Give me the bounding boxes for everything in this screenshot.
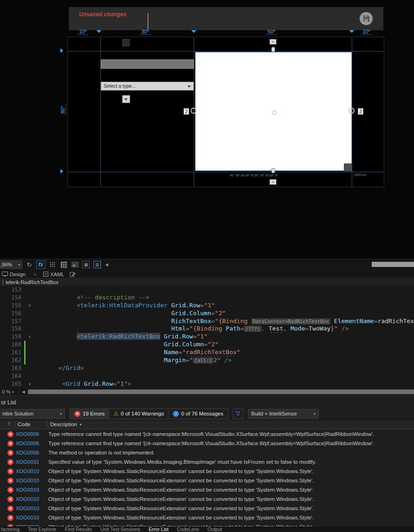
code-line[interactable]: 153 (0, 286, 414, 294)
error-row[interactable]: ✕XDG0010Object of type 'System.Windows.S… (0, 476, 414, 485)
resize-grip[interactable] (344, 163, 352, 171)
column-marker-icon[interactable] (349, 30, 354, 33)
horizontal-scrollbar-thumb[interactable] (28, 389, 414, 394)
messages-filter-button[interactable]: i 0 of 76 Messages (169, 409, 228, 419)
code-line[interactable]: 154 <!-- description --> (0, 294, 414, 302)
combobox-control[interactable]: Select a type... (101, 82, 194, 91)
fold-marker-icon[interactable]: ∨ (26, 302, 33, 310)
small-dark-button[interactable] (122, 39, 130, 46)
margin-anchor-left-icon[interactable] (191, 108, 197, 114)
error-row[interactable]: ✕XDG0006The method or operation is not i… (0, 448, 414, 457)
code-text (33, 372, 414, 380)
grid-column-size[interactable]: 30* (140, 29, 151, 35)
breadcrumb[interactable]: telerik:RadRichTextBox (0, 279, 414, 286)
refresh-icon[interactable]: ↻ (25, 260, 33, 269)
error-icon: ✕ (74, 411, 80, 417)
textbox-control[interactable] (101, 59, 194, 69)
grid-row-size[interactable]: 80* (60, 104, 66, 115)
designer-scrollbar-thumb[interactable] (372, 262, 414, 267)
dropdown-button-control[interactable] (122, 95, 130, 103)
bottom-tab[interactable]: Find Results (65, 526, 92, 532)
error-row[interactable]: ✕XDG0010Object of type 'System.Windows.S… (0, 513, 414, 522)
error-row[interactable]: ✕XDG0006Type reference cannot find type … (0, 429, 414, 439)
scroll-left-icon[interactable]: ◀ (105, 262, 108, 267)
bottom-tab[interactable]: factoring (1, 526, 20, 532)
code-line[interactable]: 161 Name="radRichTextBox" (0, 349, 414, 357)
column-marker-icon[interactable] (97, 30, 101, 33)
code-line[interactable]: 162 Margin="[all:]2" /> (0, 357, 414, 364)
error-row[interactable]: ✕XDG0010Object of type 'System.Windows.S… (0, 494, 414, 504)
tab-xaml[interactable]: XAML (43, 272, 64, 277)
error-icon: ✕ (7, 431, 13, 437)
code-column-header[interactable]: Code (18, 422, 31, 427)
code-token (338, 325, 342, 332)
bottom-tab[interactable]: Error List (149, 526, 169, 532)
error-row[interactable]: ✕XDG0010Object of type 'System.Windows.S… (0, 485, 414, 494)
margin-left-value: 2 (184, 108, 189, 115)
designer-zoom-select[interactable]: ,96% ▾ (0, 260, 22, 269)
scroll-left-icon[interactable]: ◀ (22, 389, 25, 394)
code-token: Grid.Column (164, 341, 204, 348)
edit-icon[interactable] (70, 271, 76, 277)
error-list-toolbar: ntire Solution ▾ ✕ 19 Errors ⚠ 0 of 140 … (0, 408, 319, 420)
margin-spring-bottom-icon[interactable]: ≈ (269, 179, 276, 185)
error-code: XDG0006 (16, 450, 48, 455)
snapline-button[interactable]: ▦ (82, 260, 90, 269)
tab-design[interactable]: Design (2, 272, 26, 277)
code-line[interactable]: 155∨ <telerik:HtmlDataProvider Grid.Row=… (0, 302, 414, 310)
design-canvas[interactable]: Select a type... ≈ ≈ 2 2 40° 00' 00.00" … (67, 37, 384, 187)
grid-column-size[interactable]: 10* (78, 29, 88, 35)
error-row[interactable]: ✕XDG0031Specified value of type 'System.… (0, 457, 414, 467)
fold-marker-icon[interactable]: ∨ (26, 333, 33, 341)
code-line[interactable]: 156 Grid.Column="2" (0, 310, 414, 318)
swap-panes-icon[interactable]: ↑↓ (33, 272, 36, 277)
error-row[interactable]: ✕XDG0010Object of type 'System.Windows.S… (0, 467, 414, 476)
code-line[interactable]: 165∨ <Grid Grid.Row="1"> (0, 380, 414, 388)
margin-anchor-right-icon[interactable] (348, 108, 355, 114)
annotations-toggle-button[interactable]: ▥ (93, 260, 101, 269)
scope-filter-select[interactable]: ntire Solution ▾ (0, 409, 65, 419)
code-line[interactable]: 158 Html="{Binding Path=(???). Test, Mod… (0, 325, 414, 333)
code-token (33, 357, 164, 363)
margin-right-value: 2 (358, 108, 363, 115)
description-column-header[interactable]: Description ▾ (50, 422, 82, 427)
row-marker-icon[interactable] (60, 48, 63, 53)
show-grid-button[interactable] (48, 260, 57, 269)
code-line[interactable]: 159∨ <telerik:RadRichTextBox Grid.Row="1… (0, 333, 414, 341)
code-editor[interactable]: 153154 <!-- description -->155∨ <telerik… (0, 286, 414, 388)
grid-column-size[interactable]: 50* (266, 29, 277, 35)
margin-spring-top-icon[interactable]: ≈ (269, 39, 276, 45)
change-bar (24, 286, 26, 294)
code-line[interactable]: 160 Grid.Column="2" (0, 341, 414, 349)
margin-anchor-top-icon[interactable] (271, 47, 275, 52)
error-row[interactable]: ✕XDG0006Type reference cannot find type … (0, 439, 414, 448)
selection-center-handle[interactable] (272, 110, 276, 115)
column-marker-icon[interactable] (191, 30, 196, 33)
severity-cell: ✕ (0, 505, 16, 512)
build-filter-select[interactable]: Build + IntelliSense ▾ (248, 409, 319, 419)
code-line[interactable]: 164 (0, 372, 414, 380)
artboard-background-button[interactable] (71, 260, 79, 269)
bottom-tab[interactable]: Unit Test Sessions (100, 526, 140, 532)
save-button[interactable] (359, 12, 373, 26)
bottom-tab[interactable]: Test Explorer (28, 526, 56, 532)
grid-column-size[interactable]: 10* (361, 29, 372, 35)
errors-filter-button[interactable]: ✕ 19 Errors (70, 409, 109, 419)
effects-button[interactable]: fx (36, 260, 46, 269)
code-line[interactable]: 157 RichTextBox="{Binding DataContext=Ra… (0, 318, 414, 325)
error-row[interactable]: ✕XDG0010Object of type 'System.Windows.S… (0, 504, 414, 513)
snap-grid-button[interactable] (59, 260, 68, 269)
row-marker-icon[interactable] (60, 169, 63, 174)
editor-zoom-select[interactable]: 0 % ▾ (0, 389, 16, 395)
filter-button[interactable] (233, 409, 243, 419)
grid-splitter-line[interactable] (68, 172, 384, 172)
fold-marker-icon[interactable]: ∨ (26, 380, 33, 388)
warnings-filter-button[interactable]: ⚠ 0 of 140 Warnings (109, 409, 168, 419)
margin-anchor-bottom-icon[interactable] (271, 168, 275, 173)
grid-splitter-line[interactable] (68, 51, 384, 52)
bottom-tab[interactable]: CodeLens (177, 526, 199, 532)
code-line[interactable]: 163 </Grid> (0, 364, 414, 372)
severity-column-icon[interactable]: ! (8, 422, 10, 427)
change-bar (24, 325, 26, 333)
bottom-tab[interactable]: Output (208, 526, 223, 532)
